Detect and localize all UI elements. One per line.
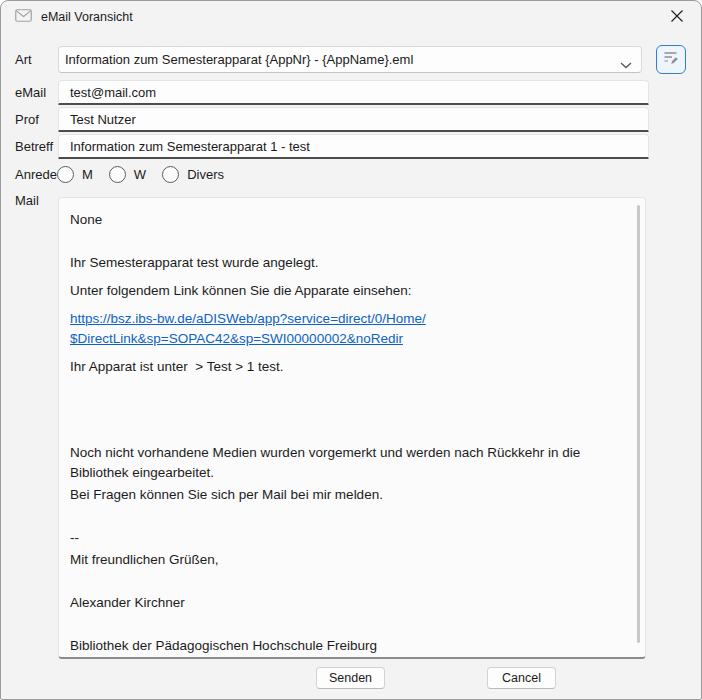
mail-paragraph: Alexander Kirchner: [70, 593, 629, 613]
edit-template-button[interactable]: [656, 45, 686, 74]
radio-label: M: [82, 167, 93, 182]
mail-link[interactable]: https://bsz.ibs-bw.de/aDISWeb/app?servic…: [70, 309, 629, 349]
radio-button[interactable]: [162, 166, 179, 183]
radio-label: Divers: [187, 167, 224, 182]
betreff-label: Betreff: [15, 139, 53, 154]
mail-paragraph: --: [70, 528, 629, 548]
mail-paragraph: None: [70, 210, 629, 230]
mail-body-textarea[interactable]: NoneIhr Semesterapparat test wurde angel…: [58, 197, 646, 659]
email-label: eMail: [15, 85, 46, 100]
prof-label: Prof: [15, 112, 39, 127]
window-title: eMail Voransicht: [41, 10, 133, 24]
close-button[interactable]: [663, 6, 691, 30]
email-value: test@mail.com: [70, 85, 156, 100]
titlebar: eMail Voransicht: [1, 1, 701, 33]
anrede-label: Anrede: [15, 167, 57, 182]
radio-button[interactable]: [109, 166, 126, 183]
radio-button[interactable]: [57, 166, 74, 183]
cancel-button[interactable]: Cancel: [487, 667, 556, 689]
mail-paragraph: Unter folgendem Link können Sie die Appa…: [70, 281, 629, 301]
close-icon: [670, 9, 684, 27]
mail-scrollbar[interactable]: [637, 205, 640, 643]
anrede-option-divers[interactable]: Divers: [162, 166, 224, 183]
email-preview-dialog: eMail Voransicht Art Information zum Sem…: [0, 0, 702, 700]
email-field[interactable]: test@mail.com: [58, 80, 649, 105]
anrede-radio-group: MWDivers: [57, 166, 224, 183]
betreff-field[interactable]: Information zum Semesterapparat 1 - test: [58, 134, 649, 159]
radio-label: W: [134, 167, 146, 182]
mail-icon: [15, 8, 32, 26]
anrede-option-m[interactable]: M: [57, 166, 93, 183]
mail-paragraph: Ihr Apparat ist unter > Test > 1 test.: [70, 357, 629, 377]
mail-paragraph: Noch nicht vorhandene Medien wurden vorg…: [70, 443, 629, 483]
art-template-combobox[interactable]: Information zum Semesterapparat {AppNr} …: [58, 46, 642, 73]
chevron-down-icon: [620, 57, 632, 72]
prof-value: Test Nutzer: [70, 112, 136, 127]
betreff-value: Information zum Semesterapparat 1 - test: [70, 139, 310, 154]
mail-paragraph: Bibliothek der Pädagogischen Hochschule …: [70, 636, 629, 659]
prof-field[interactable]: Test Nutzer: [58, 107, 649, 132]
edit-note-icon: [663, 50, 679, 69]
mail-paragraph: Ihr Semesterapparat test wurde angelegt.: [70, 253, 629, 273]
mail-paragraph: Mit freundlichen Grüßen,: [70, 550, 629, 570]
art-template-value: Information zum Semesterapparat {AppNr} …: [65, 52, 413, 67]
send-button[interactable]: Senden: [316, 667, 385, 689]
anrede-option-w[interactable]: W: [109, 166, 146, 183]
art-label: Art: [15, 52, 32, 67]
mail-paragraph: Bei Fragen können Sie sich per Mail bei …: [70, 485, 629, 505]
mail-label: Mail: [15, 193, 39, 208]
